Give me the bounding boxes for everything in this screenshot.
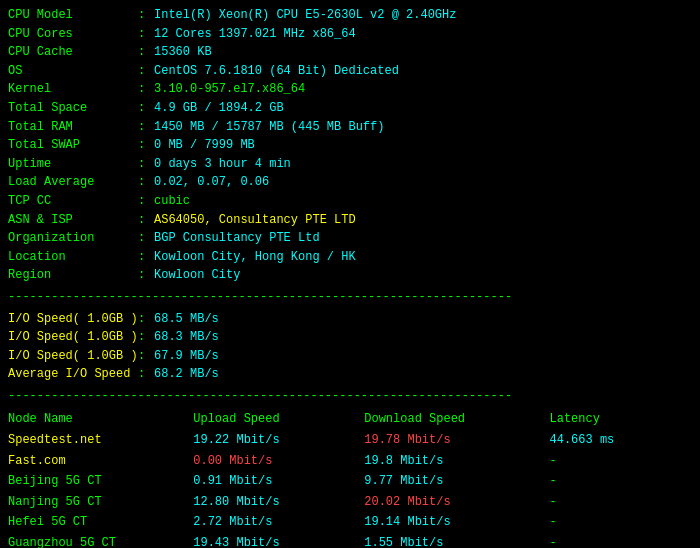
- node-cell: Guangzhou 5G CT: [8, 533, 193, 548]
- col-latency-header: Latency: [550, 409, 693, 430]
- total-swap-label: Total SWAP: [8, 136, 138, 155]
- io3-label: I/O Speed( 1.0GB ): [8, 347, 138, 366]
- total-space-value: 4.9 GB / 1894.2 GB: [154, 99, 284, 118]
- node-cell: Speedtest.net: [8, 430, 193, 451]
- asn-isp-label: ASN & ISP: [8, 211, 138, 230]
- table-row: Guangzhou 5G CT 19.43 Mbit/s 1.55 Mbit/s…: [8, 533, 692, 548]
- total-space-label: Total Space: [8, 99, 138, 118]
- download-cell: 1.55 Mbit/s: [364, 533, 549, 548]
- table-header-row: Node Name Upload Speed Download Speed La…: [8, 409, 692, 430]
- col-upload-header: Upload Speed: [193, 409, 364, 430]
- asn-isp-row: ASN & ISP : AS64050, Consultancy PTE LTD: [8, 211, 692, 230]
- col-node-header: Node Name: [8, 409, 193, 430]
- speed-table: Node Name Upload Speed Download Speed La…: [8, 409, 692, 548]
- kernel-row: Kernel : 3.10.0-957.el7.x86_64: [8, 80, 692, 99]
- upload-cell: 2.72 Mbit/s: [193, 512, 364, 533]
- download-cell: 9.77 Mbit/s: [364, 471, 549, 492]
- cpu-model-value: Intel(R) Xeon(R) CPU E5-2630L v2 @ 2.40G…: [154, 6, 456, 25]
- load-average-label: Load Average: [8, 173, 138, 192]
- total-ram-value: 1450 MB / 15787 MB (445 MB Buff): [154, 118, 384, 137]
- divider-top: ----------------------------------------…: [8, 289, 692, 306]
- region-label: Region: [8, 266, 138, 285]
- io2-label: I/O Speed( 1.0GB ): [8, 328, 138, 347]
- table-row: Hefei 5G CT 2.72 Mbit/s 19.14 Mbit/s -: [8, 512, 692, 533]
- os-label: OS: [8, 62, 138, 81]
- latency-cell: 44.663 ms: [550, 430, 693, 451]
- tcp-cc-value: cubic: [154, 192, 190, 211]
- upload-cell: 19.22 Mbit/s: [193, 430, 364, 451]
- cpu-cores-value: 12 Cores 1397.021 MHz x86_64: [154, 25, 356, 44]
- io-avg-row: Average I/O Speed : 68.2 MB/s: [8, 365, 692, 384]
- io3-row: I/O Speed( 1.0GB ) : 67.9 MB/s: [8, 347, 692, 366]
- total-swap-row: Total SWAP : 0 MB / 7999 MB: [8, 136, 692, 155]
- load-average-value: 0.02, 0.07, 0.06: [154, 173, 269, 192]
- organization-label: Organization: [8, 229, 138, 248]
- table-row: Fast.com 0.00 Mbit/s 19.8 Mbit/s -: [8, 451, 692, 472]
- latency-cell: -: [550, 451, 693, 472]
- io3-value: 67.9 MB/s: [154, 347, 219, 366]
- node-cell: Nanjing 5G CT: [8, 492, 193, 513]
- organization-value: BGP Consultancy PTE Ltd: [154, 229, 320, 248]
- io-avg-label: Average I/O Speed: [8, 365, 138, 384]
- upload-cell: 19.43 Mbit/s: [193, 533, 364, 548]
- io-avg-value: 68.2 MB/s: [154, 365, 219, 384]
- latency-cell: -: [550, 471, 693, 492]
- node-cell: Hefei 5G CT: [8, 512, 193, 533]
- region-row: Region : Kowloon City: [8, 266, 692, 285]
- download-cell: 19.8 Mbit/s: [364, 451, 549, 472]
- total-ram-row: Total RAM : 1450 MB / 15787 MB (445 MB B…: [8, 118, 692, 137]
- location-row: Location : Kowloon City, Hong Kong / HK: [8, 248, 692, 267]
- latency-cell: -: [550, 512, 693, 533]
- io-section: ----------------------------------------…: [8, 289, 692, 405]
- divider-bottom: ----------------------------------------…: [8, 388, 692, 405]
- cpu-cache-value: 15360 KB: [154, 43, 212, 62]
- node-cell: Fast.com: [8, 451, 193, 472]
- table-row: Beijing 5G CT 0.91 Mbit/s 9.77 Mbit/s -: [8, 471, 692, 492]
- uptime-value: 0 days 3 hour 4 min: [154, 155, 291, 174]
- upload-cell: 0.00 Mbit/s: [193, 451, 364, 472]
- region-value: Kowloon City: [154, 266, 240, 285]
- kernel-value: 3.10.0-957.el7.x86_64: [154, 80, 305, 99]
- total-swap-value: 0 MB / 7999 MB: [154, 136, 255, 155]
- upload-cell: 0.91 Mbit/s: [193, 471, 364, 492]
- node-cell: Beijing 5G CT: [8, 471, 193, 492]
- location-label: Location: [8, 248, 138, 267]
- cpu-model-row: CPU Model : Intel(R) Xeon(R) CPU E5-2630…: [8, 6, 692, 25]
- col-download-header: Download Speed: [364, 409, 549, 430]
- total-ram-label: Total RAM: [8, 118, 138, 137]
- load-average-row: Load Average : 0.02, 0.07, 0.06: [8, 173, 692, 192]
- kernel-label: Kernel: [8, 80, 138, 99]
- cpu-model-label: CPU Model: [8, 6, 138, 25]
- io2-row: I/O Speed( 1.0GB ) : 68.3 MB/s: [8, 328, 692, 347]
- cpu-cache-row: CPU Cache : 15360 KB: [8, 43, 692, 62]
- io1-row: I/O Speed( 1.0GB ) : 68.5 MB/s: [8, 310, 692, 329]
- uptime-label: Uptime: [8, 155, 138, 174]
- cpu-cache-label: CPU Cache: [8, 43, 138, 62]
- total-space-row: Total Space : 4.9 GB / 1894.2 GB: [8, 99, 692, 118]
- asn-isp-value: AS64050, Consultancy PTE LTD: [154, 211, 356, 230]
- download-cell: 20.02 Mbit/s: [364, 492, 549, 513]
- table-row: Nanjing 5G CT 12.80 Mbit/s 20.02 Mbit/s …: [8, 492, 692, 513]
- io2-value: 68.3 MB/s: [154, 328, 219, 347]
- tcp-cc-row: TCP CC : cubic: [8, 192, 692, 211]
- latency-cell: -: [550, 533, 693, 548]
- speed-table-container: Node Name Upload Speed Download Speed La…: [8, 409, 692, 548]
- cpu-cores-label: CPU Cores: [8, 25, 138, 44]
- io1-label: I/O Speed( 1.0GB ): [8, 310, 138, 329]
- organization-row: Organization : BGP Consultancy PTE Ltd: [8, 229, 692, 248]
- system-info: CPU Model : Intel(R) Xeon(R) CPU E5-2630…: [8, 6, 692, 285]
- download-cell: 19.14 Mbit/s: [364, 512, 549, 533]
- table-row: Speedtest.net 19.22 Mbit/s 19.78 Mbit/s …: [8, 430, 692, 451]
- tcp-cc-label: TCP CC: [8, 192, 138, 211]
- latency-cell: -: [550, 492, 693, 513]
- location-value: Kowloon City, Hong Kong / HK: [154, 248, 356, 267]
- speed-table-body: Speedtest.net 19.22 Mbit/s 19.78 Mbit/s …: [8, 430, 692, 548]
- uptime-row: Uptime : 0 days 3 hour 4 min: [8, 155, 692, 174]
- os-value: CentOS 7.6.1810 (64 Bit) Dedicated: [154, 62, 399, 81]
- io1-value: 68.5 MB/s: [154, 310, 219, 329]
- os-row: OS : CentOS 7.6.1810 (64 Bit) Dedicated: [8, 62, 692, 81]
- upload-cell: 12.80 Mbit/s: [193, 492, 364, 513]
- cpu-cores-row: CPU Cores : 12 Cores 1397.021 MHz x86_64: [8, 25, 692, 44]
- download-cell: 19.78 Mbit/s: [364, 430, 549, 451]
